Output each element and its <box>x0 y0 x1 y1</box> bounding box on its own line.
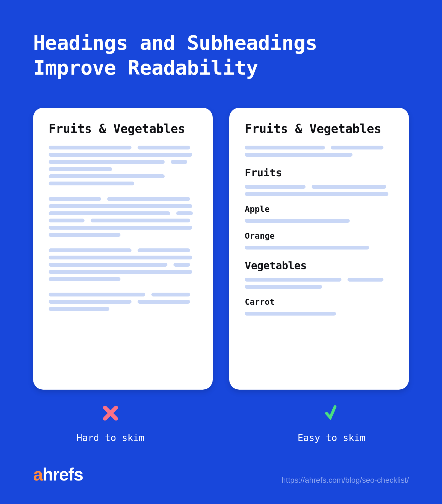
subheading-fruits: Fruits <box>245 167 393 179</box>
subheading-vegetables: Vegetables <box>245 259 393 272</box>
subheading-orange: Orange <box>245 231 393 241</box>
subheading-apple: Apple <box>245 204 393 214</box>
brand-a: a <box>33 464 43 484</box>
source-url: https://ahrefs.com/blog/seo-checklist/ <box>281 476 409 485</box>
placeholder-paragraph <box>245 219 393 223</box>
status-label: Hard to skim <box>77 432 144 443</box>
placeholder-paragraph <box>245 246 393 250</box>
placeholder-paragraph <box>245 278 393 289</box>
status-hard: Hard to skim <box>0 403 221 443</box>
card-easy-to-skim: Fruits & Vegetables Fruits Apple Orange … <box>229 108 409 390</box>
check-icon <box>322 403 341 423</box>
placeholder-paragraph <box>245 185 393 196</box>
comparison-cards: Fruits & Vegetables <box>33 108 409 390</box>
status-row: Hard to skim Easy to skim <box>0 403 442 443</box>
subheading-carrot: Carrot <box>245 297 393 307</box>
card-title: Fruits & Vegetables <box>49 122 197 136</box>
brand-logo: ahrefs <box>33 464 83 485</box>
card-hard-to-skim: Fruits & Vegetables <box>33 108 213 390</box>
card-title: Fruits & Vegetables <box>245 122 393 136</box>
status-label: Easy to skim <box>298 432 365 443</box>
placeholder-paragraph <box>49 293 197 311</box>
placeholder-paragraph <box>49 248 197 281</box>
cross-icon <box>101 403 120 423</box>
brand-rest: hrefs <box>43 464 83 484</box>
placeholder-paragraph <box>49 146 197 185</box>
footer: ahrefs https://ahrefs.com/blog/seo-check… <box>0 464 442 485</box>
status-easy: Easy to skim <box>221 403 442 443</box>
placeholder-paragraph <box>245 146 393 157</box>
placeholder-paragraph <box>245 312 393 316</box>
page-title: Headings and SubheadingsImprove Readabil… <box>33 30 317 80</box>
placeholder-paragraph <box>49 197 197 237</box>
